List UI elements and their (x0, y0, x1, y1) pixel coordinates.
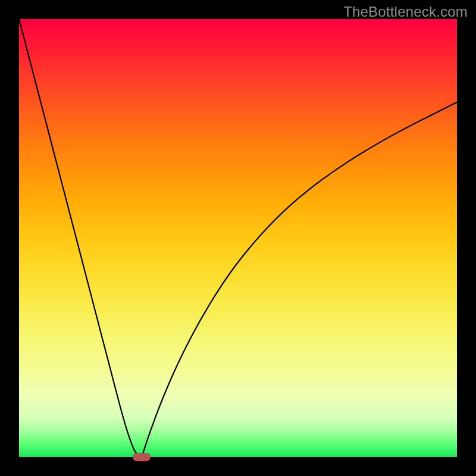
watermark-text: TheBottleneck.com (343, 4, 468, 20)
bottleneck-curve (19, 19, 457, 457)
minimum-marker (133, 453, 150, 461)
plot-area (19, 19, 457, 457)
chart-frame: TheBottleneck.com (0, 0, 476, 476)
